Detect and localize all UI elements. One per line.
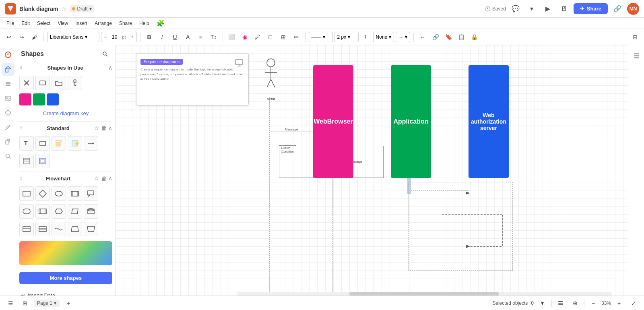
dropdown-button[interactable]: ▾ xyxy=(525,2,538,15)
menu-insert[interactable]: Insert xyxy=(72,20,91,27)
connection-start-selector[interactable]: None ▾ xyxy=(373,32,394,42)
color-swatch-green[interactable] xyxy=(33,93,45,105)
format-status-button[interactable]: ⊕ xyxy=(570,298,581,309)
container-shape[interactable] xyxy=(35,154,50,168)
extensions-icon[interactable]: 🧩 xyxy=(157,19,165,27)
star-icon-fc[interactable]: ☆ xyxy=(94,175,99,182)
image-icon[interactable] xyxy=(2,92,14,105)
person-shape[interactable] xyxy=(68,76,82,90)
connection-end-selector[interactable]: → ▾ xyxy=(396,32,410,42)
shapes-in-use-header[interactable]: ⠿ Shapes In Use ∧ xyxy=(19,63,112,72)
h-scrollbar-track[interactable] xyxy=(237,292,612,296)
search-shapes-button[interactable] xyxy=(99,48,111,60)
text-align-button[interactable]: ≡ xyxy=(195,31,206,43)
fc-oval[interactable] xyxy=(52,186,66,201)
bold-button[interactable]: B xyxy=(144,31,155,43)
font-size-control[interactable]: − 10 pt + xyxy=(101,32,137,42)
line-color-button[interactable]: 🖊 xyxy=(252,31,263,43)
edit-style-button[interactable]: ✏ xyxy=(291,31,302,43)
document-title[interactable]: Blank diagram xyxy=(19,6,58,12)
color-swatch-blue[interactable] xyxy=(47,93,59,105)
more-shapes-button[interactable]: More shapes xyxy=(19,272,112,284)
selected-objects-chevron[interactable]: ▾ xyxy=(537,298,548,309)
flash-shape[interactable]: ⚡ xyxy=(68,136,82,151)
standard-header[interactable]: ⠿ Standard ☆ 🗑 ∧ xyxy=(19,123,112,133)
fc-diamond[interactable] xyxy=(35,186,50,201)
fc-hex[interactable] xyxy=(52,204,66,219)
link-button-tb[interactable]: 🔗 xyxy=(430,31,441,43)
home-icon[interactable] xyxy=(2,48,14,61)
favorite-icon[interactable]: ☆ xyxy=(61,6,66,12)
layers-status-button[interactable] xyxy=(555,298,566,309)
fc-callout[interactable] xyxy=(84,186,98,201)
menu-view[interactable]: View xyxy=(54,20,71,27)
menu-arrange[interactable]: Arrange xyxy=(91,20,115,27)
draft-badge[interactable]: Draft ▾ xyxy=(70,5,94,12)
underline-button[interactable]: U xyxy=(169,31,181,43)
rect-outline-shape[interactable] xyxy=(35,76,50,90)
bookmark-button[interactable]: 🔖 xyxy=(443,31,454,43)
text-format-button[interactable]: T↕ xyxy=(208,31,219,43)
list-view-button[interactable]: ☰ xyxy=(5,298,16,309)
text-shape[interactable]: T xyxy=(19,136,34,151)
star-icon-std[interactable]: ☆ xyxy=(94,125,99,131)
fc-s5[interactable] xyxy=(84,222,98,236)
line-width-selector[interactable]: 2 px ▾ xyxy=(334,32,359,42)
connection-arrows-button[interactable]: ↔ xyxy=(417,31,428,43)
fc-s4[interactable] xyxy=(68,222,82,236)
folder-shape[interactable] xyxy=(52,76,66,90)
format-panel-button[interactable]: ⊟ xyxy=(630,31,641,43)
waypoint-button[interactable]: ⌇ xyxy=(360,31,372,43)
rect-shape[interactable] xyxy=(35,136,50,151)
line-shape[interactable] xyxy=(84,136,98,151)
share-button[interactable]: ✈ Share xyxy=(574,3,608,14)
menu-file[interactable]: File xyxy=(3,20,17,27)
menu-help[interactable]: Help xyxy=(136,20,153,27)
search-icon[interactable] xyxy=(2,150,14,163)
shapes-icon active[interactable] xyxy=(2,63,14,76)
list-shape[interactable] xyxy=(19,154,34,168)
more-style-button[interactable]: ⊞ xyxy=(278,31,289,43)
collapse-icon-std[interactable]: ∧ xyxy=(108,125,112,131)
fc-term[interactable] xyxy=(19,204,34,219)
menu-edit[interactable]: Edit xyxy=(18,20,33,27)
fc-rect[interactable] xyxy=(19,186,34,201)
template-icon[interactable] xyxy=(2,106,14,119)
delete-icon-std[interactable]: 🗑 xyxy=(101,125,107,131)
undo-button[interactable]: ↩ xyxy=(3,31,14,43)
layers-icon[interactable] xyxy=(2,77,14,90)
user-avatar[interactable]: MN xyxy=(627,3,639,15)
create-diagram-key-link[interactable]: Create diagram key xyxy=(19,107,112,120)
draw-icon[interactable] xyxy=(2,121,14,134)
font-color-button[interactable]: A xyxy=(182,31,194,43)
fc-cylinder[interactable] xyxy=(84,204,98,219)
shadow-button[interactable]: □ xyxy=(265,31,276,43)
flowchart-header[interactable]: ⠿ Flowchart ☆ 🗑 ∧ xyxy=(19,174,112,183)
fc-para[interactable] xyxy=(68,204,82,219)
add-page-button[interactable]: + xyxy=(63,298,74,309)
geometry-button[interactable]: ⬜ xyxy=(226,31,237,43)
color-swatch-pink[interactable] xyxy=(19,93,31,105)
comments-button[interactable]: 💬 xyxy=(509,2,522,15)
fc-proc[interactable] xyxy=(35,204,50,219)
h-scrollbar-thumb[interactable] xyxy=(349,292,500,296)
font-size-increase[interactable]: + xyxy=(128,34,136,40)
zoom-out-button[interactable]: − xyxy=(588,298,599,309)
fc-s1[interactable] xyxy=(19,222,34,236)
fc-s2[interactable] xyxy=(35,222,50,236)
zoom-in-button[interactable]: + xyxy=(613,298,625,309)
collapse-icon[interactable]: ∧ xyxy=(108,64,112,71)
grid-view-button[interactable]: ⊞ xyxy=(19,298,31,309)
fc-double-rect[interactable] xyxy=(68,186,82,201)
note-shape[interactable] xyxy=(52,136,66,151)
font-size-decrease[interactable]: − xyxy=(101,34,109,40)
collapse-icon-fc[interactable]: ∧ xyxy=(108,175,112,182)
copy-link-button[interactable]: 📋 xyxy=(456,31,467,43)
menu-select[interactable]: Select xyxy=(34,20,54,27)
fit-page-button[interactable]: ⤢ xyxy=(628,298,639,309)
redo-button[interactable]: ↪ xyxy=(16,31,27,43)
font-family-selector[interactable]: Liberation Sans ▾ xyxy=(47,32,99,42)
present-button[interactable]: ▶ xyxy=(541,2,554,15)
italic-button[interactable]: I xyxy=(157,31,168,43)
screen-button[interactable]: 🖥 xyxy=(557,2,570,15)
